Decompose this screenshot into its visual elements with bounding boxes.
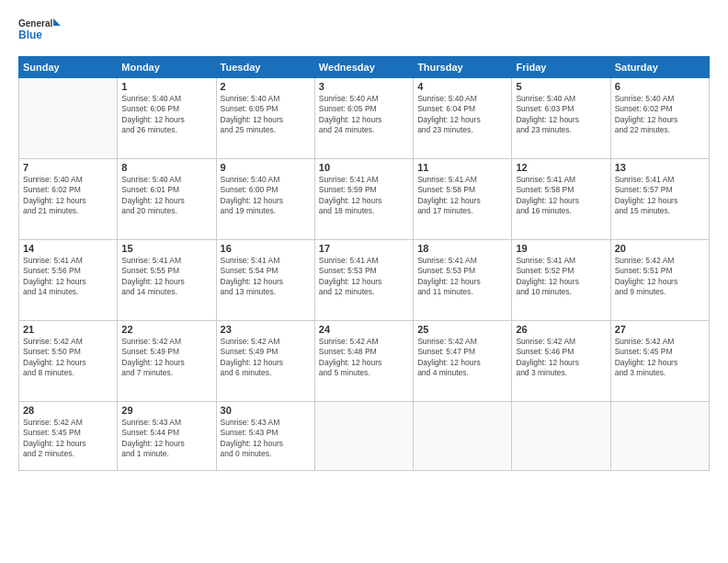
day-cell: 30Sunrise: 5:43 AMSunset: 5:43 PMDayligh…: [216, 402, 314, 471]
day-info: Sunrise: 5:40 AMSunset: 6:05 PMDaylight:…: [221, 94, 311, 136]
day-info: Sunrise: 5:41 AMSunset: 5:53 PMDaylight:…: [417, 256, 507, 298]
col-header-monday: Monday: [118, 57, 216, 78]
day-number: 11: [417, 162, 507, 173]
day-info: Sunrise: 5:41 AMSunset: 5:58 PMDaylight:…: [516, 175, 606, 217]
day-cell: 14Sunrise: 5:41 AMSunset: 5:56 PMDayligh…: [19, 240, 118, 321]
day-info: Sunrise: 5:42 AMSunset: 5:51 PMDaylight:…: [615, 256, 705, 298]
page: General Blue SundayMondayTuesdayWednesda…: [0, 0, 728, 563]
day-cell: 12Sunrise: 5:41 AMSunset: 5:58 PMDayligh…: [512, 159, 610, 240]
week-row-3: 21Sunrise: 5:42 AMSunset: 5:50 PMDayligh…: [19, 321, 710, 402]
day-number: 20: [615, 243, 705, 254]
week-row-4: 28Sunrise: 5:42 AMSunset: 5:45 PMDayligh…: [19, 402, 710, 471]
day-info: Sunrise: 5:40 AMSunset: 6:00 PMDaylight:…: [221, 175, 311, 217]
day-info: Sunrise: 5:41 AMSunset: 5:58 PMDaylight:…: [417, 175, 507, 217]
day-cell: 11Sunrise: 5:41 AMSunset: 5:58 PMDayligh…: [414, 159, 512, 240]
day-cell: 3Sunrise: 5:40 AMSunset: 6:05 PMDaylight…: [314, 78, 413, 159]
calendar-table: SundayMondayTuesdayWednesdayThursdayFrid…: [18, 56, 710, 471]
day-cell: 21Sunrise: 5:42 AMSunset: 5:50 PMDayligh…: [19, 321, 118, 402]
day-cell: 6Sunrise: 5:40 AMSunset: 6:02 PMDaylight…: [610, 78, 709, 159]
day-cell: 8Sunrise: 5:40 AMSunset: 6:01 PMDaylight…: [118, 159, 216, 240]
day-cell: [19, 78, 118, 159]
day-number: 8: [121, 162, 211, 173]
day-cell: 7Sunrise: 5:40 AMSunset: 6:02 PMDaylight…: [19, 159, 118, 240]
week-row-0: 1Sunrise: 5:40 AMSunset: 6:06 PMDaylight…: [19, 78, 710, 159]
day-cell: 5Sunrise: 5:40 AMSunset: 6:03 PMDaylight…: [512, 78, 610, 159]
day-number: 15: [121, 243, 211, 254]
day-info: Sunrise: 5:40 AMSunset: 6:02 PMDaylight:…: [23, 175, 113, 217]
day-number: 26: [516, 324, 606, 335]
day-info: Sunrise: 5:40 AMSunset: 6:01 PMDaylight:…: [121, 175, 211, 217]
day-info: Sunrise: 5:41 AMSunset: 5:53 PMDaylight:…: [319, 256, 409, 298]
day-cell: 9Sunrise: 5:40 AMSunset: 6:00 PMDaylight…: [216, 159, 314, 240]
day-cell: 17Sunrise: 5:41 AMSunset: 5:53 PMDayligh…: [314, 240, 413, 321]
day-number: 19: [516, 243, 606, 254]
day-cell: 19Sunrise: 5:41 AMSunset: 5:52 PMDayligh…: [512, 240, 610, 321]
day-number: 18: [417, 243, 507, 254]
week-row-2: 14Sunrise: 5:41 AMSunset: 5:56 PMDayligh…: [19, 240, 710, 321]
day-number: 16: [221, 243, 311, 254]
day-info: Sunrise: 5:42 AMSunset: 5:49 PMDaylight:…: [221, 337, 311, 379]
day-cell: 22Sunrise: 5:42 AMSunset: 5:49 PMDayligh…: [118, 321, 216, 402]
col-header-friday: Friday: [512, 57, 610, 78]
day-number: 28: [23, 405, 113, 416]
day-info: Sunrise: 5:43 AMSunset: 5:44 PMDaylight:…: [121, 418, 211, 460]
header: General Blue: [18, 15, 710, 47]
day-number: 2: [221, 81, 311, 92]
day-cell: 24Sunrise: 5:42 AMSunset: 5:48 PMDayligh…: [314, 321, 413, 402]
header-row: SundayMondayTuesdayWednesdayThursdayFrid…: [19, 57, 710, 78]
day-info: Sunrise: 5:41 AMSunset: 5:59 PMDaylight:…: [319, 175, 409, 217]
day-number: 5: [516, 81, 606, 92]
day-cell: 18Sunrise: 5:41 AMSunset: 5:53 PMDayligh…: [414, 240, 512, 321]
svg-text:Blue: Blue: [18, 29, 42, 41]
day-number: 13: [615, 162, 705, 173]
day-info: Sunrise: 5:42 AMSunset: 5:45 PMDaylight:…: [23, 418, 113, 460]
day-info: Sunrise: 5:41 AMSunset: 5:56 PMDaylight:…: [23, 256, 113, 298]
day-info: Sunrise: 5:41 AMSunset: 5:57 PMDaylight:…: [615, 175, 705, 217]
day-info: Sunrise: 5:42 AMSunset: 5:45 PMDaylight:…: [615, 337, 705, 379]
day-number: 4: [417, 81, 507, 92]
day-info: Sunrise: 5:40 AMSunset: 6:04 PMDaylight:…: [417, 94, 507, 136]
day-number: 17: [319, 243, 409, 254]
day-info: Sunrise: 5:42 AMSunset: 5:46 PMDaylight:…: [516, 337, 606, 379]
day-cell: 20Sunrise: 5:42 AMSunset: 5:51 PMDayligh…: [610, 240, 709, 321]
day-cell: [512, 402, 610, 471]
day-cell: 2Sunrise: 5:40 AMSunset: 6:05 PMDaylight…: [216, 78, 314, 159]
day-info: Sunrise: 5:41 AMSunset: 5:54 PMDaylight:…: [221, 256, 311, 298]
day-cell: 27Sunrise: 5:42 AMSunset: 5:45 PMDayligh…: [610, 321, 709, 402]
day-info: Sunrise: 5:40 AMSunset: 6:03 PMDaylight:…: [516, 94, 606, 136]
col-header-tuesday: Tuesday: [216, 57, 314, 78]
day-number: 25: [417, 324, 507, 335]
day-info: Sunrise: 5:42 AMSunset: 5:48 PMDaylight:…: [319, 337, 409, 379]
day-number: 7: [23, 162, 113, 173]
day-cell: 1Sunrise: 5:40 AMSunset: 6:06 PMDaylight…: [118, 78, 216, 159]
day-number: 23: [221, 324, 311, 335]
col-header-thursday: Thursday: [414, 57, 512, 78]
day-info: Sunrise: 5:42 AMSunset: 5:49 PMDaylight:…: [121, 337, 211, 379]
day-number: 10: [319, 162, 409, 173]
day-number: 1: [121, 81, 211, 92]
day-cell: 16Sunrise: 5:41 AMSunset: 5:54 PMDayligh…: [216, 240, 314, 321]
week-row-1: 7Sunrise: 5:40 AMSunset: 6:02 PMDaylight…: [19, 159, 710, 240]
day-info: Sunrise: 5:40 AMSunset: 6:02 PMDaylight:…: [615, 94, 705, 136]
day-cell: 13Sunrise: 5:41 AMSunset: 5:57 PMDayligh…: [610, 159, 709, 240]
day-info: Sunrise: 5:40 AMSunset: 6:06 PMDaylight:…: [121, 94, 211, 136]
day-cell: 15Sunrise: 5:41 AMSunset: 5:55 PMDayligh…: [118, 240, 216, 321]
day-info: Sunrise: 5:41 AMSunset: 5:55 PMDaylight:…: [121, 256, 211, 298]
day-cell: 26Sunrise: 5:42 AMSunset: 5:46 PMDayligh…: [512, 321, 610, 402]
day-info: Sunrise: 5:42 AMSunset: 5:47 PMDaylight:…: [417, 337, 507, 379]
day-number: 29: [121, 405, 211, 416]
logo: General Blue: [18, 15, 64, 47]
day-cell: 4Sunrise: 5:40 AMSunset: 6:04 PMDaylight…: [414, 78, 512, 159]
day-number: 9: [221, 162, 311, 173]
col-header-wednesday: Wednesday: [314, 57, 413, 78]
svg-marker-2: [53, 18, 61, 26]
day-info: Sunrise: 5:42 AMSunset: 5:50 PMDaylight:…: [23, 337, 113, 379]
day-cell: 28Sunrise: 5:42 AMSunset: 5:45 PMDayligh…: [19, 402, 118, 471]
day-cell: 25Sunrise: 5:42 AMSunset: 5:47 PMDayligh…: [414, 321, 512, 402]
day-cell: [314, 402, 413, 471]
day-number: 6: [615, 81, 705, 92]
day-number: 21: [23, 324, 113, 335]
col-header-sunday: Sunday: [19, 57, 118, 78]
day-number: 12: [516, 162, 606, 173]
day-cell: [610, 402, 709, 471]
